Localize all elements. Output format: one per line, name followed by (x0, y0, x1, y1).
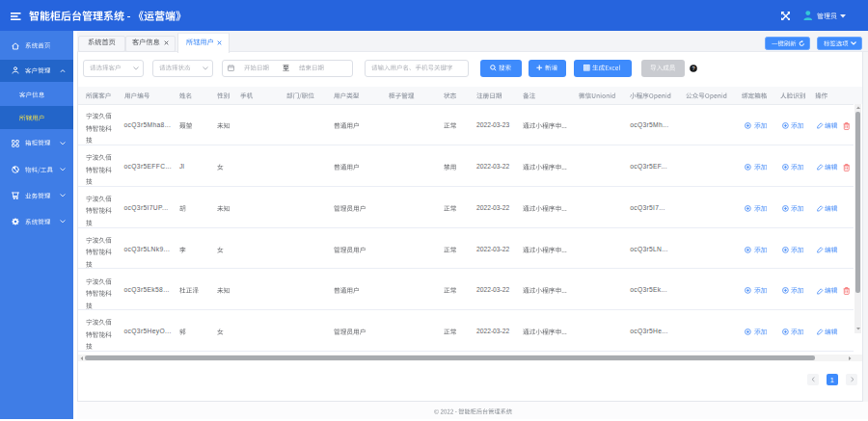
svg-text:?: ? (692, 66, 694, 71)
